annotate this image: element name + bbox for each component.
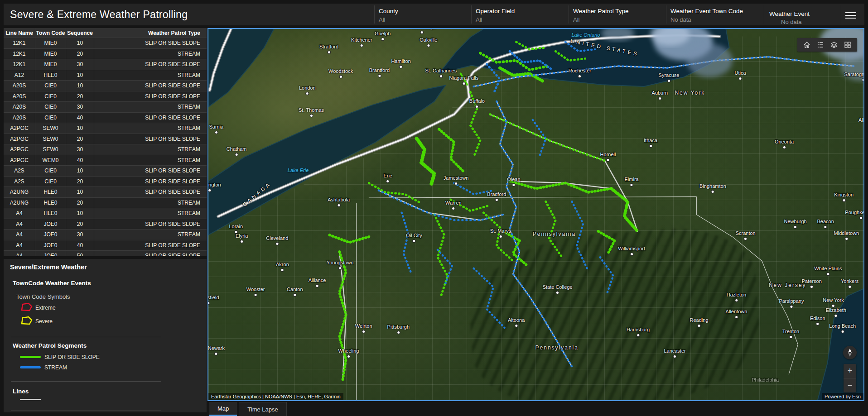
- legend-list-icon[interactable]: [814, 38, 827, 52]
- map-label: Rochester: [569, 68, 591, 77]
- home-icon[interactable]: [800, 38, 814, 52]
- map-label: New York: [675, 90, 705, 96]
- city-dot: [347, 355, 350, 358]
- map-label: Mansfield: [207, 295, 219, 304]
- map-label: Lake Ontario: [571, 32, 600, 38]
- filter-county[interactable]: County All: [379, 4, 465, 25]
- compass-icon[interactable]: [843, 346, 857, 359]
- city-dot: [381, 38, 384, 40]
- table-row[interactable]: A12HLE010STREAM: [4, 70, 207, 81]
- city-dot: [397, 331, 400, 334]
- table-row[interactable]: 12K1MIE020STREAM: [4, 49, 207, 60]
- city-dot: [413, 240, 415, 242]
- table-cell: STREAM: [94, 155, 207, 166]
- table-row[interactable]: 12K1MIE030SLIP OR SIDE SLOPE: [4, 59, 207, 70]
- table-row[interactable]: A2PGCSEW020SLIP OR SIDE SLOPE: [4, 134, 207, 145]
- table-cell: 30: [66, 230, 94, 240]
- table-cell: SLIP OR SIDE SLOPE: [94, 219, 207, 230]
- divider: [11, 337, 161, 337]
- table-row[interactable]: A20SCIE020SLIP OR SIDE SLOPE: [4, 91, 207, 102]
- zoom-out-button[interactable]: −: [844, 378, 856, 392]
- table-row[interactable]: A4JOE040SLIP OR SIDE SLOPE: [4, 240, 207, 251]
- table-row[interactable]: 12K1MIE010SLIP OR SIDE SLOPE: [4, 38, 207, 49]
- table-cell: 10: [66, 123, 94, 134]
- table-cell: STREAM: [94, 208, 207, 219]
- hamburger-menu-icon[interactable]: [845, 10, 856, 19]
- map-label: Erie: [383, 173, 392, 182]
- map-label: Philadelphia: [752, 377, 779, 383]
- table-row[interactable]: A4JOE050SLIP OR SIDE SLOPE: [4, 251, 207, 256]
- column-header[interactable]: Weather Patrol Type: [94, 28, 207, 38]
- table-row[interactable]: A2UNGHLE010SLIP OR SIDE SLOPE: [4, 187, 207, 198]
- map-label: Long Beach: [829, 323, 856, 333]
- column-header[interactable]: Town Code: [35, 28, 66, 38]
- table-cell: 20: [66, 91, 94, 102]
- column-header[interactable]: Sequence: [66, 28, 94, 38]
- table-cell: SLIP OR SIDE SLOPE: [94, 240, 207, 251]
- table-row[interactable]: A4JOE020SLIP OR SIDE SLOPE: [4, 219, 207, 230]
- table-cell: SLIP OR SIDE SLOPE: [94, 91, 207, 102]
- layers-icon[interactable]: [827, 38, 841, 52]
- city-dot: [241, 240, 243, 243]
- zoom-in-button[interactable]: +: [844, 364, 856, 378]
- table-cell: 10: [66, 70, 94, 81]
- map-label: Warren: [445, 200, 462, 210]
- table-row[interactable]: A4JOE030STREAM: [4, 230, 207, 240]
- map-panel[interactable]: MississaugaGuelphOakvilleKitchenerStratf…: [207, 28, 864, 401]
- basemap-gallery-icon[interactable]: [841, 38, 854, 52]
- table-cell: CIE0: [35, 81, 66, 91]
- map-label: Auburn: [652, 90, 668, 100]
- tab-time-lapse[interactable]: Time Lapse: [239, 402, 286, 416]
- table-row[interactable]: A2SCIE010SLIP OR SIDE SLOPE: [4, 166, 207, 177]
- table-row[interactable]: A2UNGHLE020STREAM: [4, 198, 207, 209]
- table-cell: STREAM: [94, 230, 207, 240]
- map-label: Poughkeepsie: [845, 210, 864, 219]
- table-row[interactable]: A4HLE010STREAM: [4, 208, 207, 219]
- tab-map[interactable]: Map: [209, 402, 237, 416]
- city-dot: [207, 302, 209, 304]
- map-label: Binghamton: [699, 183, 726, 193]
- table-row[interactable]: A2PGCSEW030STREAM: [4, 144, 207, 155]
- table-cell: STREAM: [94, 49, 207, 60]
- map-label: Allentown: [726, 309, 747, 318]
- table-cell: 12K1: [4, 38, 35, 49]
- table-cell: STREAM: [94, 123, 207, 134]
- header-bar: Severe & Extreme Weather Patrolling Coun…: [4, 4, 864, 25]
- filter-weather-patrol-type[interactable]: Weather Patrol Type All: [573, 4, 659, 25]
- table-row[interactable]: A2PGCSEW010STREAM: [4, 123, 207, 134]
- table-row[interactable]: A20SCIE010SLIP OR SIDE SLOPE: [4, 81, 207, 91]
- legend-title: Severe/Extreme Weather: [10, 263, 87, 271]
- patrol-table-body: 12K1MIE010SLIP OR SIDE SLOPE12K1MIE020ST…: [4, 38, 207, 256]
- city-dot: [832, 305, 834, 307]
- divider: [11, 381, 161, 382]
- table-row[interactable]: A2PGCWEM040STREAM: [4, 155, 207, 166]
- table-cell: JOE0: [35, 240, 66, 251]
- map-label: Oneonta: [775, 139, 794, 148]
- map-label: Pennsylvania: [533, 231, 576, 237]
- map-label: Woodstock: [328, 68, 353, 78]
- city-dot: [400, 66, 402, 68]
- filter-weather-event-town-code[interactable]: Weather Event Town Code No data: [670, 4, 757, 25]
- city-dot: [215, 131, 217, 134]
- map-attribution: Earthstar Geographics | NOAA/NWS | Esri,…: [208, 393, 343, 400]
- divider: [374, 5, 375, 24]
- table-cell: JOE0: [35, 230, 66, 240]
- map-label: Elizabeth: [826, 307, 846, 317]
- city-dot: [744, 238, 747, 240]
- table-row[interactable]: A2SCIE020SLIP OR SIDE SLOPE: [4, 177, 207, 187]
- table-row[interactable]: A20SCIE040SLIP OR SIDE SLOPE: [4, 113, 207, 124]
- filter-operator-field[interactable]: Operator Field All: [476, 4, 562, 25]
- map-label: Akron: [276, 262, 289, 271]
- city-dot: [310, 115, 313, 117]
- table-cell: 10: [66, 81, 94, 91]
- table-cell: 10: [66, 38, 94, 49]
- map-label: Harrisburg: [627, 327, 650, 336]
- column-header[interactable]: Line Name: [4, 28, 35, 38]
- table-cell: 10: [66, 187, 94, 198]
- map-label: Brantford: [369, 67, 390, 77]
- table-row[interactable]: A20SCIE030STREAM: [4, 102, 207, 113]
- map-label: Hornell: [600, 152, 616, 161]
- table-cell: 20: [66, 219, 94, 230]
- table-cell: SLIP OR SIDE SLOPE: [94, 38, 207, 49]
- filter-weather-event[interactable]: Weather Event No data: [769, 4, 837, 25]
